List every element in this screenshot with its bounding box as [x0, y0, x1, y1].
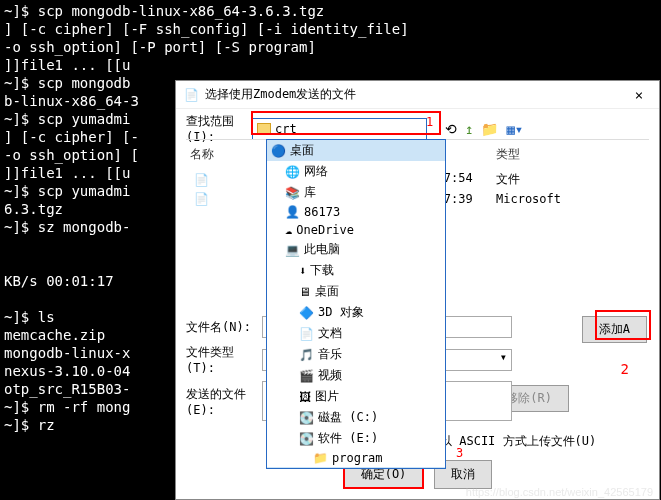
- tree-label: 图片: [315, 388, 339, 405]
- tree-icon: 🎬: [299, 369, 314, 383]
- tree-icon: 💻: [285, 243, 300, 257]
- tree-icon: 🖼: [299, 390, 311, 404]
- tree-item[interactable]: 🖥桌面: [267, 281, 445, 302]
- tree-icon: 📚: [285, 186, 300, 200]
- tree-icon: 🌐: [285, 165, 300, 179]
- tree-item[interactable]: 🌐网络: [267, 161, 445, 182]
- file-dialog: 📄 选择使用Zmodem发送的文件 × 查找范围(I): crt ⟲ ↥ 📁 ▦…: [175, 80, 660, 500]
- tree-label: 3D 对象: [318, 304, 364, 321]
- tree-icon: 💽: [299, 411, 314, 425]
- back-icon[interactable]: ⟲: [445, 121, 457, 137]
- tree-label: 桌面: [290, 142, 314, 159]
- folder-icon: [257, 123, 271, 134]
- sendfiles-label: 发送的文件(E):: [186, 386, 256, 417]
- close-icon[interactable]: ×: [627, 87, 651, 103]
- watermark: https://blog.csdn.net/weixin_42565179: [466, 486, 653, 498]
- tree-item[interactable]: ⬇下载: [267, 260, 445, 281]
- col-type[interactable]: 类型: [496, 146, 576, 163]
- up-icon[interactable]: ↥: [465, 121, 473, 137]
- tree-item[interactable]: 🎬视频: [267, 365, 445, 386]
- ascii-label: 以 ASCII 方式上传文件(U): [440, 433, 596, 450]
- tree-item[interactable]: 📁program: [267, 449, 445, 467]
- tree-icon: 🎵: [299, 348, 314, 362]
- tree-label: 磁盘 (C:): [318, 409, 378, 426]
- tree-item[interactable]: 🔵桌面: [267, 140, 445, 161]
- toolbar-icons: ⟲ ↥ 📁 ▦▾: [445, 121, 523, 137]
- tree-label: program: [332, 451, 383, 465]
- tree-item[interactable]: 💻此电脑: [267, 239, 445, 260]
- tree-icon: 🖥: [299, 285, 311, 299]
- tree-label: 86173: [304, 205, 340, 219]
- tree-item[interactable]: 💽磁盘 (C:): [267, 407, 445, 428]
- tree-label: 视频: [318, 367, 342, 384]
- tree-item[interactable]: 💽软件 (E:): [267, 428, 445, 449]
- tree-icon: 💽: [299, 432, 314, 446]
- tree-label: 网络: [304, 163, 328, 180]
- tree-label: 库: [304, 184, 316, 201]
- tree-icon: 🔷: [299, 306, 314, 320]
- view-icon[interactable]: ▦▾: [506, 121, 523, 137]
- tree-item[interactable]: 👤86173: [267, 203, 445, 221]
- titlebar: 📄 选择使用Zmodem发送的文件 ×: [176, 81, 659, 109]
- app-icon: 📄: [184, 88, 199, 102]
- tree-icon: 📄: [299, 327, 314, 341]
- tree-item[interactable]: ☁OneDrive: [267, 221, 445, 239]
- look-in-value: crt: [275, 122, 297, 136]
- look-in-combo[interactable]: crt: [252, 118, 427, 140]
- tree-label: 此电脑: [304, 241, 340, 258]
- tree-icon: 📁: [313, 451, 328, 465]
- tree-item[interactable]: 🖼图片: [267, 386, 445, 407]
- tree-icon: ☁: [285, 223, 292, 237]
- tree-icon: ⬇: [299, 264, 306, 278]
- tree-label: 下载: [310, 262, 334, 279]
- tree-label: OneDrive: [296, 223, 354, 237]
- tree-label: 文档: [318, 325, 342, 342]
- tree-label: 软件 (E:): [318, 430, 378, 447]
- tree-item[interactable]: 🔷3D 对象: [267, 302, 445, 323]
- tree-icon: 👤: [285, 205, 300, 219]
- red-1: 1: [426, 115, 433, 129]
- red-3: 3: [456, 446, 463, 460]
- filetype-label: 文件类型(T):: [186, 344, 256, 375]
- folder-tree-dropdown[interactable]: 🔵桌面🌐网络📚库👤86173☁OneDrive💻此电脑⬇下载🖥桌面🔷3D 对象📄…: [266, 139, 446, 469]
- tree-item[interactable]: 🎵音乐: [267, 344, 445, 365]
- filename-label: 文件名(N):: [186, 319, 256, 336]
- tree-item[interactable]: 📚库: [267, 182, 445, 203]
- tree-item[interactable]: 📁crt: [267, 467, 445, 469]
- new-folder-icon[interactable]: 📁: [481, 121, 498, 137]
- tree-icon: 🔵: [271, 144, 286, 158]
- tree-item[interactable]: 📄文档: [267, 323, 445, 344]
- dialog-title: 选择使用Zmodem发送的文件: [205, 86, 627, 103]
- tree-label: 音乐: [318, 346, 342, 363]
- tree-label: 桌面: [315, 283, 339, 300]
